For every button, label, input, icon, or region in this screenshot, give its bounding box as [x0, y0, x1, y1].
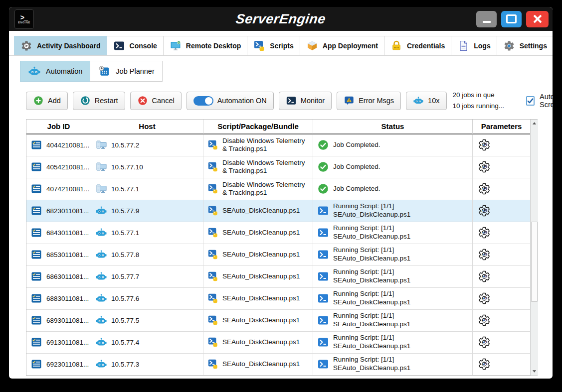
- table-row[interactable]: 6913011081... 10.5.77.4 SEAuto_DiskClean…: [26, 332, 530, 354]
- host-text: 10.5.77.1: [111, 185, 139, 193]
- cancel-circle-icon: [137, 95, 148, 106]
- table-row[interactable]: 6853011081... 10.5.77.8 SEAuto_DiskClean…: [26, 244, 530, 266]
- tab-console[interactable]: Console: [107, 36, 164, 55]
- status-line2: SEAuto_DiskCleanup.ps1: [333, 233, 410, 241]
- powershell-icon: [253, 40, 265, 52]
- document-icon: [457, 40, 469, 52]
- status-line1: Running Script: [1/1]: [333, 356, 410, 364]
- tab-scripts[interactable]: Scripts: [247, 36, 300, 55]
- tab-label: Credentials: [407, 42, 445, 50]
- error-msgs-button[interactable]: Error Msgs: [337, 92, 401, 110]
- cancel-button[interactable]: Cancel: [130, 92, 182, 110]
- pc-icon: [95, 161, 107, 173]
- error-msgs-label: Error Msgs: [359, 97, 394, 105]
- tab-settings[interactable]: Settings: [497, 36, 553, 55]
- api-parameters-icon[interactable]: [478, 248, 491, 261]
- script-name: SEAuto_DiskCleanup.ps1: [222, 207, 300, 215]
- status-line1: Job Completed.: [333, 141, 380, 149]
- api-parameters-icon[interactable]: [478, 358, 491, 371]
- tab-app-deployment[interactable]: App Deployment: [300, 36, 384, 55]
- table-row[interactable]: 6883011081... 10.5.77.6 SEAuto_DiskClean…: [26, 288, 530, 310]
- column-header-parameters[interactable]: Parameters: [473, 120, 530, 134]
- toggle-on-icon[interactable]: [193, 96, 213, 106]
- api-parameters-icon[interactable]: [478, 270, 491, 283]
- status-line1: Job Completed.: [333, 185, 380, 193]
- multiplier-10x-button[interactable]: 10x: [406, 92, 446, 110]
- column-header-job-id[interactable]: Job ID: [26, 120, 91, 134]
- job-id-text: 6863011081...: [46, 273, 89, 280]
- status-line2: SEAuto_DiskCleanup.ps1: [333, 255, 410, 263]
- subtab-automation[interactable]: Automation: [20, 61, 90, 82]
- autoscroll-checkbox[interactable]: [526, 96, 535, 106]
- tab-credentials[interactable]: Credentials: [384, 36, 451, 55]
- table-row[interactable]: 6893011081... 10.5.77.5 SEAuto_DiskClean…: [26, 310, 530, 332]
- restart-button[interactable]: Restart: [73, 92, 125, 110]
- running-powershell-icon: [317, 227, 329, 239]
- api-parameters-icon[interactable]: [478, 336, 491, 349]
- minimize-button[interactable]: [476, 11, 497, 27]
- powershell-script-icon: [207, 139, 218, 150]
- table-row[interactable]: 6823011081... 10.5.77.9 SEAuto_DiskClean…: [26, 200, 530, 222]
- lock-icon: [390, 40, 402, 52]
- scroll-down-arrow[interactable]: [531, 368, 538, 376]
- logo-prompt-glyph: >_: [20, 14, 28, 21]
- column-header-status[interactable]: Status: [313, 120, 473, 134]
- table-row[interactable]: 6923011081... 10.5.77.3 SEAuto_DiskClean…: [26, 354, 530, 376]
- api-parameters-icon[interactable]: [478, 314, 491, 327]
- job-list-icon: [30, 358, 42, 370]
- status-line1: Running Script: [1/1]: [333, 334, 410, 342]
- status-line2: SEAuto_DiskCleanup.ps1: [333, 211, 410, 219]
- close-button[interactable]: [526, 11, 549, 27]
- gear-play-icon: [20, 40, 32, 52]
- job-id-text: 6883011081...: [46, 295, 89, 302]
- host-text: 10.5.77.2: [111, 141, 139, 149]
- job-id-text: 6853011081...: [46, 251, 89, 259]
- minimize-icon: [483, 21, 491, 23]
- api-parameters-icon[interactable]: [478, 138, 491, 151]
- subtab-job-planner[interactable]: Job Planner: [90, 61, 162, 82]
- job-list-icon: [30, 183, 42, 195]
- scroll-up-arrow[interactable]: [531, 120, 538, 128]
- api-parameters-icon[interactable]: [478, 226, 491, 239]
- add-button[interactable]: Add: [26, 92, 68, 110]
- api-parameters-icon[interactable]: [478, 160, 491, 173]
- cancel-label: Cancel: [152, 97, 175, 105]
- column-header-script[interactable]: Script/Package/Bundle: [203, 120, 313, 134]
- status-line2: SEAuto_DiskCleanup.ps1: [333, 342, 410, 351]
- running-powershell-icon: [317, 249, 329, 261]
- api-parameters-icon[interactable]: [478, 182, 491, 195]
- api-parameters-icon[interactable]: [478, 292, 491, 305]
- autoscroll-control[interactable]: Auto-Scroll: [526, 93, 553, 109]
- tab-remote-desktop[interactable]: Remote Desktop: [163, 36, 247, 55]
- tab-label: Console: [130, 42, 157, 50]
- pc-icon: [95, 139, 107, 151]
- tab-activity-dashboard[interactable]: Activity Dashboard: [14, 36, 107, 55]
- terminal-icon: [286, 95, 297, 106]
- main-tabbar: Activity Dashboard Console Remote Deskto…: [9, 36, 553, 56]
- app-logo: >_ ENGINE: [14, 9, 34, 29]
- tab-label: Settings: [520, 42, 547, 50]
- powershell-script-icon: [207, 161, 218, 172]
- automation-toggle-button[interactable]: Automation ON: [187, 92, 274, 110]
- table-row[interactable]: 4054210081... 10.5.77.10 Disable Windows…: [26, 156, 530, 178]
- api-parameters-icon[interactable]: [478, 204, 491, 217]
- pc-icon: [95, 183, 107, 195]
- monitor-button[interactable]: Monitor: [279, 92, 332, 110]
- tab-logs[interactable]: Logs: [451, 36, 497, 55]
- table-row[interactable]: 4074210081... 10.5.77.1 Disable Windows …: [26, 178, 530, 200]
- column-header-host[interactable]: Host: [91, 120, 203, 134]
- table-row[interactable]: 6843011081... 10.5.77.1 SEAuto_DiskClean…: [26, 222, 530, 244]
- scrollbar-thumb[interactable]: [531, 222, 538, 302]
- robot-icon: [95, 314, 107, 326]
- table-row[interactable]: 6863011081... 10.5.77.7 SEAuto_DiskClean…: [26, 266, 530, 288]
- status-line1: Running Script: [1/1]: [333, 202, 410, 211]
- jobs-in-queue-text: 20 jobs in que: [453, 90, 505, 101]
- running-powershell-icon: [317, 336, 329, 348]
- status-line2: SEAuto_DiskCleanup.ps1: [333, 276, 410, 285]
- powershell-script-icon: [207, 183, 218, 194]
- running-powershell-icon: [317, 270, 329, 282]
- restart-label: Restart: [95, 97, 118, 105]
- table-row[interactable]: 4044210081... 10.5.77.2 Disable Windows …: [26, 134, 530, 156]
- table-header: Job ID Host Script/Package/Bundle Status…: [26, 120, 530, 134]
- maximize-button[interactable]: [501, 11, 522, 27]
